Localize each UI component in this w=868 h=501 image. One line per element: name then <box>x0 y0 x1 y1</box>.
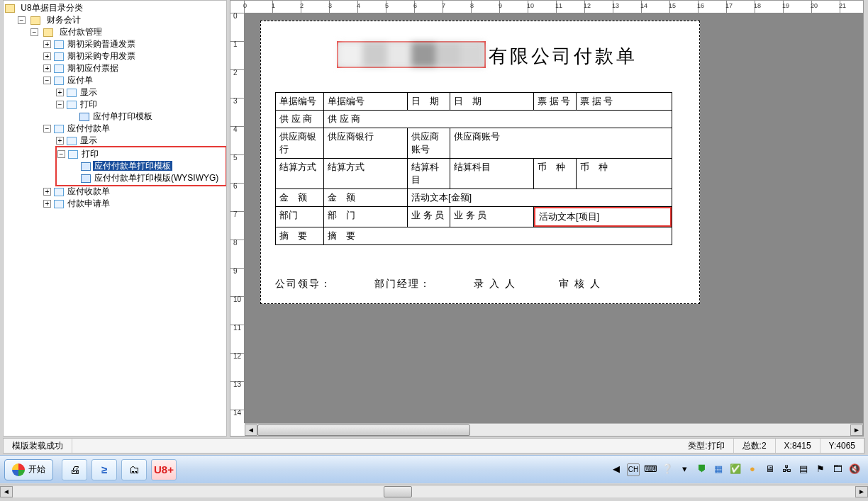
form-title[interactable]: 有限公司付款单 <box>304 44 671 71</box>
ruler-vertical[interactable]: 01234567891011121314 <box>230 13 245 423</box>
field-label: 票 据 号 <box>534 93 576 110</box>
field-label: 结算科目 <box>408 159 450 188</box>
form-grid[interactable]: 单据编号 单据编号 日 期 日 期 票 据 号 票 据 号 供 应 商 供 应 … <box>275 92 672 245</box>
tree-item[interactable]: 应付单 <box>66 75 94 85</box>
scroll-right-icon[interactable]: ► <box>850 424 863 436</box>
window-horizontal-scrollbar[interactable]: ◄ ► <box>0 485 868 497</box>
tray-ime-icon[interactable]: CH <box>627 463 640 476</box>
footer-label[interactable]: 部门经理： <box>374 278 431 291</box>
tray-app-icon[interactable]: 🗔 <box>831 463 844 476</box>
field-value[interactable]: 摘 要 <box>324 227 672 244</box>
taskbar-powershell-icon[interactable]: ≥ <box>91 459 117 480</box>
page-icon <box>54 40 64 49</box>
collapse-toggle[interactable]: − <box>43 125 51 133</box>
page[interactable]: 有限公司付款单 单据编号 单据编号 日 期 日 期 票 据 号 票 据 号 供 … <box>260 21 700 304</box>
tray-app-icon[interactable]: ▦ <box>712 463 725 476</box>
tree-item[interactable]: 打印 <box>80 149 100 159</box>
ruler-horizontal[interactable]: 0123456789101112131415161718192021 <box>245 1 863 13</box>
page-icon <box>54 52 64 61</box>
tree-item[interactable]: 期初采购普通发票 <box>66 39 137 49</box>
collapse-toggle[interactable]: − <box>18 16 26 24</box>
taskbar-explorer-icon[interactable]: 🗂 <box>121 459 147 480</box>
tray-volume-icon[interactable]: 🔇 <box>848 463 861 476</box>
tray-flag-icon[interactable]: ⚑ <box>814 463 827 476</box>
footer-label[interactable]: 审 核 人 <box>559 278 601 291</box>
taskbar-u8-icon[interactable]: U8+ <box>151 459 177 480</box>
tree-item-selected[interactable]: 应付付款单打印模板 <box>93 161 172 171</box>
folder-icon <box>30 16 40 25</box>
field-value[interactable]: 供应商账号 <box>450 128 672 145</box>
footer-label[interactable]: 公司领导： <box>275 278 332 291</box>
tray-dropdown-icon[interactable]: ▾ <box>678 463 691 476</box>
collapse-toggle[interactable]: − <box>43 77 51 84</box>
start-label: 开始 <box>28 463 45 475</box>
tray-keyboard-icon[interactable]: ⌨ <box>644 463 657 476</box>
tray-app-icon[interactable]: ✅ <box>729 463 742 476</box>
ruler-corner <box>230 1 245 13</box>
field-value[interactable]: 结算方式 <box>324 159 407 176</box>
expand-toggle[interactable]: + <box>56 137 64 145</box>
expand-toggle[interactable]: + <box>56 89 64 96</box>
expand-toggle[interactable]: + <box>43 40 51 48</box>
field-value[interactable]: 供 应 商 <box>324 111 672 128</box>
tree-item[interactable]: 应付付款单 <box>66 123 111 133</box>
tree-root[interactable]: U8单据目录分类 <box>19 3 84 13</box>
field-value[interactable]: 部 门 <box>324 207 407 224</box>
status-count: 总数:2 <box>734 439 776 453</box>
expand-toggle[interactable]: + <box>43 52 51 60</box>
field-value[interactable]: 单据编号 <box>324 93 407 110</box>
field-label: 业 务 员 <box>408 207 450 224</box>
tray-app-icon[interactable]: ▤ <box>797 463 810 476</box>
scroll-thumb[interactable] <box>384 486 412 497</box>
tree-panel: U8单据目录分类 − 财务会计 − 应付款管理 +期初采购普通 <box>3 0 227 437</box>
collapse-toggle[interactable]: − <box>57 150 65 158</box>
footer-label[interactable]: 录 入 人 <box>474 278 516 291</box>
field-value[interactable]: 业 务 员 <box>450 207 533 224</box>
status-x: X:8415 <box>776 439 820 453</box>
field-value[interactable]: 供应商银行 <box>324 128 407 145</box>
tree-item[interactable]: 打印 <box>79 99 99 109</box>
canvas[interactable]: 有限公司付款单 单据编号 单据编号 日 期 日 期 票 据 号 票 据 号 供 … <box>245 13 863 423</box>
expand-toggle[interactable]: + <box>43 188 51 196</box>
canvas-horizontal-scrollbar[interactable]: ◄ ► <box>245 423 863 436</box>
page-icon <box>68 150 78 159</box>
tree-item[interactable]: 显示 <box>79 87 99 97</box>
tree-item[interactable]: 应付单打印模板 <box>91 111 154 121</box>
expand-toggle[interactable]: + <box>43 200 51 208</box>
scroll-right-icon[interactable]: ► <box>855 486 868 497</box>
start-button[interactable]: 开始 <box>4 459 53 480</box>
tree-item[interactable]: 付款申请单 <box>66 198 111 208</box>
tree-item[interactable]: 财务会计 <box>45 15 82 25</box>
scroll-left-icon[interactable]: ◄ <box>245 424 257 436</box>
scroll-thumb[interactable] <box>257 424 470 436</box>
collapse-toggle[interactable]: − <box>30 28 38 36</box>
tray-shield-icon[interactable]: ⛊ <box>695 463 708 476</box>
tray-network-icon[interactable]: 🖧 <box>780 463 793 476</box>
tree-item[interactable]: 应付付款单打印模版(WYSIWYG) <box>93 173 220 183</box>
expand-toggle[interactable]: + <box>43 64 51 72</box>
title-suffix: 有限公司付款单 <box>489 45 638 67</box>
tree-item[interactable]: 应付款管理 <box>58 27 104 37</box>
tray-app-icon[interactable]: 🖥 <box>763 463 776 476</box>
folder-icon <box>43 28 53 37</box>
tray-app-icon[interactable]: ● <box>746 463 759 476</box>
field-value[interactable]: 币 种 <box>577 159 672 176</box>
field-value[interactable]: 结算科目 <box>450 159 533 176</box>
tray-help-icon[interactable]: ❔ <box>661 463 674 476</box>
scroll-left-icon[interactable]: ◄ <box>0 486 13 497</box>
field-value[interactable]: 金 额 <box>324 189 407 206</box>
field-label: 供应商银行 <box>276 128 323 158</box>
tree-item[interactable]: 显示 <box>79 135 99 145</box>
field-label: 供 应 商 <box>276 111 323 128</box>
tray-expand-icon[interactable]: ◀ <box>610 463 623 476</box>
field-value[interactable]: 活动文本[项目] <box>539 210 667 223</box>
tree-item[interactable]: 期初应付票据 <box>66 63 120 73</box>
field-value[interactable]: 日 期 <box>450 93 533 110</box>
collapse-toggle[interactable]: − <box>56 101 64 108</box>
tree-item[interactable]: 应付收款单 <box>66 186 111 196</box>
redacted-company-name <box>337 41 486 68</box>
field-value[interactable]: 活动文本[金额] <box>408 189 672 206</box>
tree-item[interactable]: 期初采购专用发票 <box>66 51 137 61</box>
field-value[interactable]: 票 据 号 <box>577 93 672 110</box>
taskbar-printer-icon[interactable]: 🖨 <box>62 459 87 480</box>
